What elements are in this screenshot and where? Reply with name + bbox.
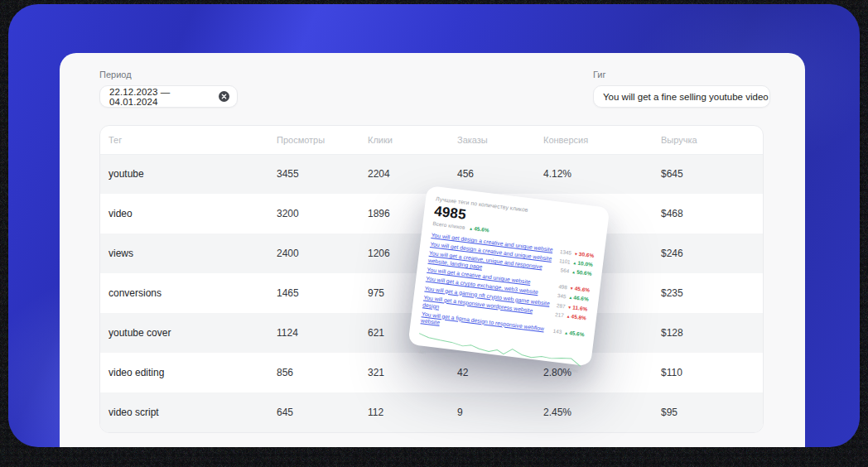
period-filter: Период 22.12.2023 — 04.01.2024 <box>99 70 238 108</box>
table-row[interactable]: video script 645 112 9 2.45% $95 <box>100 392 763 432</box>
cell-tag: video <box>100 194 277 234</box>
tag-clicks-value: 287 <box>557 302 566 309</box>
arrow-up-icon: ▲ <box>571 269 576 275</box>
tag-metric: 217 ▲45.8% <box>555 311 586 321</box>
cell-revenue: $645 <box>661 154 763 194</box>
arrow-down-icon: ▼ <box>567 304 572 310</box>
cell-tag: conversions <box>100 273 277 313</box>
column-header: Тег <box>100 126 277 154</box>
tag-change-badge: ▲46.6% <box>568 294 589 302</box>
month-label: Dec <box>570 368 578 373</box>
cell-views: 3455 <box>277 154 368 194</box>
month-label: Jul <box>495 359 502 364</box>
tag-change-badge: ▲10.0% <box>572 259 593 267</box>
top-tags-popover: Лучшие теги по количеству кликов 4985 Вс… <box>407 185 610 367</box>
cell-conversion: 4.12% <box>543 154 661 194</box>
month-label: Mar <box>443 352 451 358</box>
gig-filter: Гиг You will get a fine selling youtube … <box>593 70 770 108</box>
arrow-up-icon: ▲ <box>568 295 573 301</box>
cell-revenue: $246 <box>661 234 763 273</box>
cell-orders: 9 <box>457 392 543 432</box>
column-header: Клики <box>368 126 457 154</box>
cell-views: 645 <box>277 392 368 432</box>
cell-revenue: $110 <box>661 353 763 392</box>
cell-revenue: $235 <box>661 273 763 313</box>
arrow-up-icon: ▲ <box>564 330 569 335</box>
cell-tag: video editing <box>100 353 277 392</box>
cell-tag: views <box>100 234 277 273</box>
column-header: Заказы <box>457 126 543 154</box>
tag-clicks-value: 143 <box>552 328 562 335</box>
tag-change-badge: ▲50.6% <box>571 268 592 277</box>
arrow-down-icon: ▼ <box>569 286 574 291</box>
tag-clicks-value: 564 <box>560 267 569 274</box>
tag-clicks-value: 1345 <box>560 248 572 256</box>
tag-change-badge: ▼11.6% <box>567 303 588 311</box>
cell-revenue: $95 <box>661 392 763 432</box>
cell-views: 1465 <box>277 273 368 313</box>
tag-metric: 498 ▼45.6% <box>558 283 590 293</box>
cell-orders: 456 <box>457 154 543 194</box>
circle-x-icon <box>219 91 229 102</box>
cell-clicks: 321 <box>368 353 457 392</box>
cell-tag: youtube cover <box>100 313 277 353</box>
table-row[interactable]: video editing 856 321 42 2.80% $110 <box>100 353 763 392</box>
top-tags-list: You will get design a creative and uniqu… <box>420 232 594 344</box>
month-label: Sep <box>518 361 527 367</box>
tag-metric: 564 ▲50.6% <box>560 267 591 277</box>
gig-selected-value: You will get a fine selling youtube vide… <box>603 92 769 102</box>
tag-clicks-value: 1101 <box>559 258 571 265</box>
cell-conversion: 2.45% <box>543 392 661 432</box>
cell-views: 3200 <box>277 194 368 234</box>
filter-bar: Период 22.12.2023 — 04.01.2024 Гиг You w… <box>99 70 770 108</box>
tag-clicks-value: 498 <box>558 283 567 290</box>
tag-change-badge: ▲45.8% <box>566 312 586 320</box>
arrow-down-icon: ▼ <box>574 251 579 257</box>
cell-views: 856 <box>277 353 368 392</box>
tag-metric: 143 ▲45.6% <box>552 328 584 338</box>
table-header-row: ТегПросмотрыКликиЗаказыКонверсияВыручка <box>100 126 763 154</box>
tag-metric: 287 ▼11.6% <box>557 302 588 312</box>
month-label: Jan <box>418 349 427 354</box>
arrow-up-icon: ▲ <box>572 260 577 266</box>
period-input[interactable]: 22.12.2023 — 04.01.2024 <box>99 85 238 108</box>
cell-revenue: $468 <box>661 194 763 234</box>
tag-change-badge: ▼45.6% <box>569 285 590 293</box>
column-header: Конверсия <box>543 126 661 154</box>
month-label: May <box>469 355 478 361</box>
cell-revenue: $128 <box>661 313 763 353</box>
tag-metric: 345 ▲46.6% <box>557 293 589 303</box>
cell-clicks: 112 <box>368 392 457 432</box>
month-label: Nov <box>544 364 552 370</box>
tag-change-badge: ▼30.6% <box>574 250 595 258</box>
column-header: Выручка <box>661 126 763 154</box>
column-header: Просмотры <box>277 126 368 154</box>
gig-select[interactable]: You will get a fine selling youtube vide… <box>593 85 770 108</box>
cell-tag: youtube <box>100 154 277 194</box>
clear-period-button[interactable] <box>219 91 229 102</box>
gig-label: Гиг <box>593 70 770 79</box>
arrow-up-icon: ▲ <box>566 313 571 319</box>
cell-views: 2400 <box>277 234 368 273</box>
tag-change-badge: ▲45.6% <box>564 329 585 337</box>
tag-clicks-value: 345 <box>557 293 567 300</box>
period-value: 22.12.2023 — 04.01.2024 <box>109 87 219 107</box>
period-label: Период <box>99 70 238 79</box>
tag-clicks-value: 217 <box>555 311 564 318</box>
cell-views: 1124 <box>277 313 368 353</box>
cell-tag: video script <box>100 392 277 432</box>
